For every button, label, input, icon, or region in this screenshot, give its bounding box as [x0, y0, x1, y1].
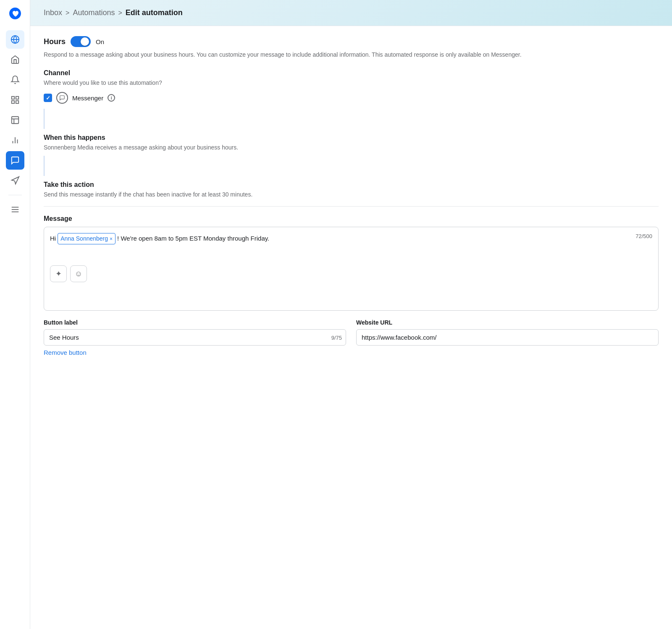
sidebar-item-home[interactable]: [6, 50, 24, 69]
breadcrumb-automations[interactable]: Automations: [73, 8, 115, 17]
message-content: Hi Anna Sonnenberg × ! We're open 8am to…: [50, 233, 652, 244]
button-label-input[interactable]: [44, 329, 346, 346]
sidebar: [0, 0, 30, 629]
message-section: Message Hi Anna Sonnenberg × ! We're ope…: [44, 215, 659, 311]
breadcrumb-inbox[interactable]: Inbox: [44, 8, 62, 17]
remove-button-link[interactable]: Remove button: [44, 349, 87, 356]
action-description: Send this message instantly if the chat …: [44, 191, 659, 198]
button-url-section: Button label 9/75 Remove button Website …: [44, 319, 659, 356]
when-description: Sonnenberg Media receives a message aski…: [44, 144, 659, 151]
button-label-section: Button label 9/75 Remove button: [44, 319, 346, 356]
ai-icon: ✦: [55, 269, 62, 278]
hours-toggle[interactable]: [71, 36, 91, 47]
vertical-divider-1: [44, 109, 45, 129]
website-url-input[interactable]: [356, 329, 659, 346]
channel-checkbox-row: Messenger i: [44, 92, 659, 104]
sidebar-item-menu[interactable]: [6, 200, 24, 219]
breadcrumb-sep2: >: [118, 9, 122, 17]
message-prefix: Hi: [50, 234, 56, 244]
when-title: When this happens: [44, 134, 659, 142]
hours-description: Respond to a message asking about your b…: [44, 50, 659, 59]
toggle-thumb: [81, 37, 89, 46]
messenger-label: Messenger: [72, 94, 103, 102]
info-icon[interactable]: i: [108, 94, 115, 102]
page-content: Hours On Respond to a message asking abo…: [30, 26, 672, 629]
name-tag-text: Anna Sonnenberg: [60, 234, 108, 243]
sidebar-item-analytics[interactable]: [6, 131, 24, 149]
messenger-icon: [56, 92, 68, 104]
channel-title: Channel: [44, 69, 659, 77]
sidebar-item-chat[interactable]: [6, 151, 24, 170]
website-url-title: Website URL: [356, 319, 659, 326]
sidebar-divider: [8, 195, 22, 195]
breadcrumb: Inbox > Automations > Edit automation: [44, 8, 659, 17]
button-label-count: 9/75: [331, 334, 342, 341]
sidebar-item-grid[interactable]: [6, 91, 24, 109]
toggle-label: On: [96, 38, 104, 45]
emoji-icon: ☺: [75, 270, 82, 278]
breadcrumb-current: Edit automation: [126, 8, 183, 17]
name-tag[interactable]: Anna Sonnenberg ×: [58, 233, 116, 244]
svg-rect-5: [11, 117, 18, 124]
hours-header: Hours On: [44, 36, 659, 47]
message-suffix: ! We're open 8am to 5pm EST Monday throu…: [117, 234, 269, 244]
message-box[interactable]: Hi Anna Sonnenberg × ! We're open 8am to…: [44, 227, 659, 311]
message-tools: ✦ ☺: [50, 265, 652, 282]
svg-rect-3: [11, 101, 14, 103]
sidebar-item-notifications[interactable]: [6, 71, 24, 89]
sidebar-item-globe[interactable]: [6, 30, 24, 49]
svg-rect-2: [16, 97, 18, 99]
page-header: Inbox > Automations > Edit automation: [30, 0, 672, 26]
when-section: When this happens Sonnenberg Media recei…: [44, 134, 659, 151]
button-label-title: Button label: [44, 319, 346, 326]
messenger-checkbox[interactable]: [44, 94, 52, 102]
message-label: Message: [44, 215, 659, 223]
ai-tool-button[interactable]: ✦: [50, 265, 67, 282]
name-tag-close[interactable]: ×: [110, 235, 113, 243]
channel-description: Where would you like to use this automat…: [44, 79, 659, 86]
channel-section: Channel Where would you like to use this…: [44, 69, 659, 104]
svg-rect-4: [16, 101, 18, 103]
section-divider-main: [44, 206, 659, 207]
breadcrumb-sep1: >: [66, 9, 69, 17]
website-url-section: Website URL: [356, 319, 659, 356]
hours-title: Hours: [44, 37, 66, 46]
button-label-wrap: 9/75: [44, 329, 346, 346]
sidebar-item-megaphone[interactable]: [6, 171, 24, 190]
meta-logo: [7, 5, 24, 22]
svg-rect-1: [11, 97, 14, 99]
emoji-tool-button[interactable]: ☺: [70, 265, 87, 282]
sidebar-item-book[interactable]: [6, 111, 24, 129]
vertical-divider-2: [44, 156, 45, 176]
main-area: Inbox > Automations > Edit automation Ho…: [30, 0, 672, 629]
action-section: Take this action Send this message insta…: [44, 181, 659, 198]
action-title: Take this action: [44, 181, 659, 189]
char-count: 72/500: [635, 233, 652, 239]
